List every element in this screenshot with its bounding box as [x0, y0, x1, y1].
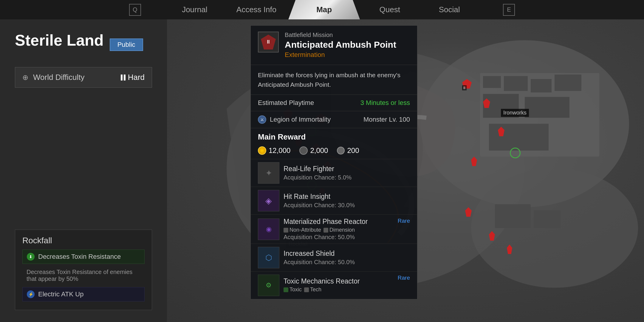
reward-name-0: Real-Life Fighter [284, 165, 410, 173]
ironworks-label: Ironworks [501, 109, 529, 117]
reward-tag-attr: Non-Attribute [284, 227, 321, 233]
tag-icon-toxic [284, 287, 288, 292]
mission-subtype: Extermination [285, 51, 396, 59]
access-info-label: Access Info [236, 5, 276, 14]
svg-rect-5 [531, 79, 552, 92]
reward-tag-toxic: Toxic [284, 287, 302, 293]
reward-chance-0: Acquisition Chance: 5.0% [284, 174, 410, 181]
marker-green-right[interactable] [510, 148, 521, 158]
reward-info-4: Toxic Mechanics Reactor Toxic Tech [284, 277, 410, 293]
rockfall-title: Rockfall [22, 236, 145, 245]
reward-name-3: Increased Shield [284, 250, 410, 258]
main-reward-title: Main Reward [251, 128, 417, 144]
social-label: Social [439, 5, 460, 14]
reward-tags-4: Toxic Tech [284, 287, 410, 293]
gold-icon [258, 146, 266, 155]
mission-header: II Battlefield Mission Anticipated Ambus… [251, 26, 417, 65]
diff-bar-1 [121, 75, 123, 80]
rockfall-box: Rockfall ⬇ Decreases Toxin Resistance De… [15, 230, 152, 310]
journal-label: Journal [182, 5, 207, 14]
mission-faction: ⚔ Legion of Immortality Monster Lv. 100 [251, 111, 417, 128]
gear2-amount: 200 [347, 146, 359, 155]
rarity-badge-2: Rare [398, 218, 410, 224]
reward-info-1: Hit Rate Insight Acquisition Chance: 30.… [284, 193, 410, 209]
map-area[interactable]: II II [167, 19, 644, 322]
svg-rect-3 [483, 76, 501, 88]
playtime-label: Estimated Playtime [258, 99, 314, 107]
nav-q-button[interactable]: Q [105, 0, 165, 19]
currency-gear1: 2,000 [299, 146, 328, 155]
left-panel: Sterile Land Public ⊕ World Difficulty H… [0, 19, 167, 322]
map-title: Sterile Land [15, 31, 104, 49]
mission-type: Battlefield Mission [285, 32, 396, 38]
faction-icon: ⚔ [258, 115, 266, 124]
marker-right-3[interactable] [498, 127, 504, 136]
reward-chance-3: Acquisition Chance: 50.0% [284, 259, 410, 266]
mission-description: Eliminate the forces lying in ambush at … [251, 65, 417, 95]
nav-journal[interactable]: Journal [165, 0, 225, 19]
nav-access-info[interactable]: Access Info [225, 0, 288, 19]
gear2-icon [337, 147, 345, 154]
reward-name-2: Materialized Phase Reactor [284, 218, 410, 226]
top-navigation: Q Journal Access Info Map Quest Social E [0, 0, 644, 19]
main-content: Sterile Land Public ⊕ World Difficulty H… [0, 19, 644, 322]
mission-name: Anticipated Ambush Point [285, 40, 396, 50]
public-badge[interactable]: Public [110, 38, 143, 51]
marker-right-2[interactable] [483, 98, 490, 108]
nav-map[interactable]: Map [288, 0, 360, 19]
reward-thumb-3: ⬡ [258, 247, 279, 268]
gold-amount: 12,000 [269, 146, 290, 155]
reward-thumb-2: ◉ [258, 219, 279, 240]
reward-thumb-1: ◈ [258, 190, 279, 211]
electric-icon: ⚡ [27, 290, 35, 298]
electric-effect-name: Electric ATK Up [38, 290, 83, 298]
e-icon: E [503, 4, 515, 16]
difficulty-bars [121, 75, 126, 80]
mission-icon: II [261, 35, 276, 49]
mission-info: Battlefield Mission Anticipated Ambush P… [285, 32, 396, 59]
nav-social[interactable]: Social [419, 0, 479, 19]
reward-item-2[interactable]: ◉ Materialized Phase Reactor Non-Attribu… [251, 214, 417, 244]
reward-tag-dim: Dimension [323, 227, 355, 233]
toxin-effect: ⬇ Decreases Toxin Resistance [22, 250, 145, 264]
tag-icon-dim [323, 228, 328, 233]
svg-rect-8 [525, 97, 569, 118]
svg-rect-11 [495, 204, 531, 228]
nav-e-button[interactable]: E [479, 0, 539, 19]
nav-quest[interactable]: Quest [360, 0, 419, 19]
rarity-badge-4: Rare [398, 275, 410, 281]
reward-info-2: Materialized Phase Reactor Non-Attribute… [284, 218, 410, 241]
toxin-effect-desc: Decreases Toxin Resistance of enemies th… [22, 266, 145, 285]
reward-chance-2: Acquisition Chance: 50.0% [284, 234, 410, 241]
reward-item-3[interactable]: ⬡ Increased Shield Acquisition Chance: 5… [251, 244, 417, 271]
reward-thumb-0: ✦ [258, 162, 279, 184]
difficulty-text: Hard [128, 73, 145, 82]
toxin-effect-name: Decreases Toxin Resistance [38, 253, 121, 261]
svg-rect-6 [555, 75, 581, 91]
difficulty-box: ⊕ World Difficulty Hard [15, 67, 152, 88]
mission-icon-box: II [258, 32, 279, 52]
quest-label: Quest [380, 5, 400, 14]
gear1-amount: 2,000 [310, 146, 328, 155]
red-marker-right-2 [483, 98, 490, 108]
reward-item-4[interactable]: ⚙ Toxic Mechanics Reactor Toxic Tech [251, 271, 417, 299]
mission-popup: II Battlefield Mission Anticipated Ambus… [250, 25, 417, 299]
reward-name-1: Hit Rate Insight [284, 193, 410, 201]
diff-bar-2 [124, 75, 126, 80]
reward-tag-tech: Tech [304, 287, 321, 293]
reward-item-1[interactable]: ◈ Hit Rate Insight Acquisition Chance: 3… [251, 187, 417, 214]
marker-right-6[interactable] [489, 231, 495, 241]
q-icon: Q [129, 4, 141, 16]
reward-tags-2: Non-Attribute Dimension [284, 227, 410, 233]
reward-item-0[interactable]: ✦ Real-Life Fighter Acquisition Chance: … [251, 159, 417, 187]
map-label: Map [316, 5, 332, 14]
marker-right-5[interactable] [465, 207, 472, 217]
playtime-value: 3 Minutes or less [360, 99, 410, 107]
tag-icon-tech [304, 287, 309, 292]
reward-chance-1: Acquisition Chance: 30.0% [284, 202, 410, 209]
reward-thumb-4: ⚙ [258, 275, 279, 296]
marker-right-7[interactable] [507, 244, 512, 254]
marker-right-4[interactable] [471, 157, 477, 166]
difficulty-value: Hard [121, 73, 145, 82]
green-circle-right [510, 148, 521, 158]
